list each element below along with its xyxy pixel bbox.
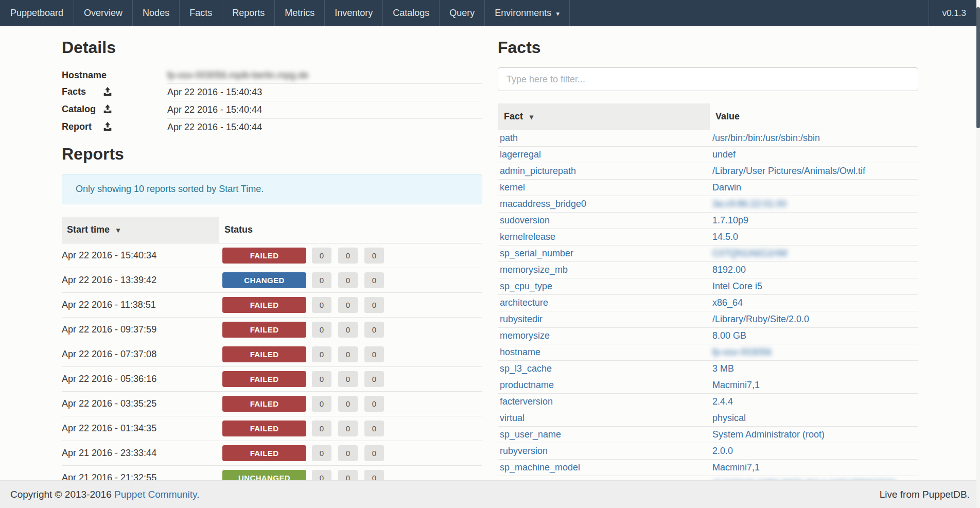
upload-icon [103,87,112,99]
navbar-item[interactable]: Catalogs [383,0,440,26]
navbar-brand[interactable]: Puppetboard [0,0,74,26]
fact-name-link[interactable]: rubysitedir [500,314,542,324]
details-row: Catalog Apr 22 2016 - 15:40:44 [62,101,482,119]
fact-value-link[interactable]: System Administrator (root) [712,429,825,440]
reports-sort-header-start-time[interactable]: Start time ▾ [62,217,219,243]
fact-value-link[interactable]: /Library/Ruby/Site/2.0.0 [712,314,809,324]
navbar-item[interactable]: Environments ▾ [485,0,570,26]
report-row: Apr 22 2016 - 11:38:51 FAILED 000 [62,292,482,317]
upload-icon [103,122,112,134]
fact-name-link[interactable]: virtual [500,413,524,423]
fact-value-link[interactable]: Macmini7,1 [712,462,760,472]
navbar-item[interactable]: Reports [222,0,275,26]
fact-name-link[interactable]: sudoversion [500,215,550,225]
count-badges: 000 [306,272,384,288]
scrollbar-track [976,0,980,508]
fact-row: hostname fp-osx-003056 [498,344,918,361]
count-badge: 0 [338,445,358,461]
count-badge: 0 [338,272,358,288]
fact-value-link[interactable]: 1.7.10p9 [712,215,748,225]
fact-name-link[interactable]: facterversion [500,396,553,407]
fact-value-link[interactable]: 3 MB [712,363,734,374]
reports-info-alert: Only showing 10 reports sorted by Start … [62,174,482,204]
navbar-item-label: Overview [84,8,122,19]
detail-label: Report [62,121,102,132]
status-badge: FAILED [222,346,306,362]
report-row: Apr 22 2016 - 07:37:08 FAILED 000 [62,342,482,366]
report-row: Apr 22 2016 - 01:34:35 FAILED 000 [62,416,482,441]
navbar-item-label: Inventory [335,8,373,19]
fact-value-link[interactable]: 2.4.4 [712,396,733,407]
report-row: Apr 22 2016 - 13:39:42 CHANGED 000 [62,268,482,292]
reports-title: Reports [62,145,482,164]
fact-value-link[interactable]: 2.0.0 [712,446,733,456]
status-badge: FAILED [222,421,306,436]
report-row: Apr 22 2016 - 09:37:59 FAILED 000 [62,317,482,342]
navbar-item[interactable]: Inventory [325,0,383,26]
count-badge: 0 [364,297,384,313]
fact-value-link[interactable]: 14.5.0 [712,232,738,242]
upload-icon [103,104,112,116]
fact-value-link[interactable]: Macmini7,1 [712,380,760,390]
status-badge: FAILED [222,297,306,313]
detail-value: fp-osx-003056.mpib-berlin.mpg.de [167,67,482,84]
navbar: Puppetboard Overview Nodes Facts Reports… [0,0,980,26]
sort-desc-icon: ▾ [530,113,533,121]
fact-value-link[interactable]: x86_64 [712,297,743,308]
fact-name-link[interactable]: sp_cpu_type [500,281,552,291]
fact-value-link[interactable]: undef [712,149,736,160]
count-badge: 0 [364,248,384,264]
puppet-community-link[interactable]: Puppet Community [114,489,197,500]
fact-value-link[interactable]: Intel Core i5 [712,281,762,291]
facts-table-header-row: Fact ▾ Value [498,103,918,130]
fact-value-link[interactable]: /usr/bin:/bin:/usr/sbin:/sbin [712,133,820,143]
fact-name-link[interactable]: admin_picturepath [500,166,576,176]
fact-name-link[interactable]: sp_machine_model [500,462,580,472]
fact-name-link[interactable]: memorysize [500,330,550,341]
navbar-item[interactable]: Nodes [133,0,180,26]
count-badge: 0 [312,371,331,387]
navbar-item-label: Query [449,8,475,19]
fact-value-link[interactable]: /Library/User Pictures/Animals/Owl.tif [712,166,865,176]
count-badge: 0 [312,322,331,338]
fact-value-link[interactable]: 3a:c9:86:22:01:00 [712,199,786,209]
count-badge: 0 [364,371,384,387]
fact-name-link[interactable]: sp_user_name [500,429,561,440]
facts-header-value[interactable]: Value [710,103,918,130]
fact-value-link[interactable]: C07QN1A6G1HW [712,248,787,258]
reports-header-status[interactable]: Status [219,217,482,243]
fact-row: admin_picturepath /Library/User Pictures… [498,163,918,180]
count-badge: 0 [364,322,384,338]
fact-name-link[interactable]: lagerregal [500,149,541,160]
fact-name-link[interactable]: rubyversion [500,446,548,456]
fact-name-link[interactable]: memorysize_mb [500,265,568,275]
facts-filter-input[interactable] [498,67,918,91]
fact-name-link[interactable]: path [500,133,518,143]
report-start-time: Apr 22 2016 - 11:38:51 [62,292,219,317]
fact-value-link[interactable]: Darwin [712,182,741,192]
fact-name-link[interactable]: kernelrelease [500,232,555,242]
fact-value-link[interactable]: 8.00 GB [712,330,746,341]
count-badge: 0 [364,396,384,412]
fact-name-link[interactable]: macaddress_bridge0 [500,199,586,209]
count-badge: 0 [312,396,331,412]
fact-name-link[interactable]: kernel [500,182,525,192]
fact-name-link[interactable]: productname [500,380,554,390]
fact-value-link[interactable]: physical [712,413,746,423]
navbar-item[interactable]: Metrics [275,0,325,26]
fact-name-link[interactable]: sp_serial_number [500,248,573,258]
status-badge: CHANGED [222,272,306,288]
navbar-item[interactable]: Overview [74,0,133,26]
fact-value-link[interactable]: fp-osx-003056 [712,347,772,357]
fact-value-link[interactable]: 8192.00 [712,265,746,275]
count-badges: 000 [306,346,384,362]
fact-name-link[interactable]: hostname [500,347,540,357]
navbar-item[interactable]: Facts [180,0,222,26]
navbar-item[interactable]: Query [440,0,485,26]
count-badges: 000 [306,371,384,387]
facts-sort-header-fact[interactable]: Fact ▾ [498,103,710,130]
copyright-years: Copyright © 2013-2016 [10,489,112,500]
fact-name-link[interactable]: sp_l3_cache [500,363,552,374]
scrollbar-thumb[interactable] [976,7,980,128]
fact-name-link[interactable]: architecture [500,297,548,308]
